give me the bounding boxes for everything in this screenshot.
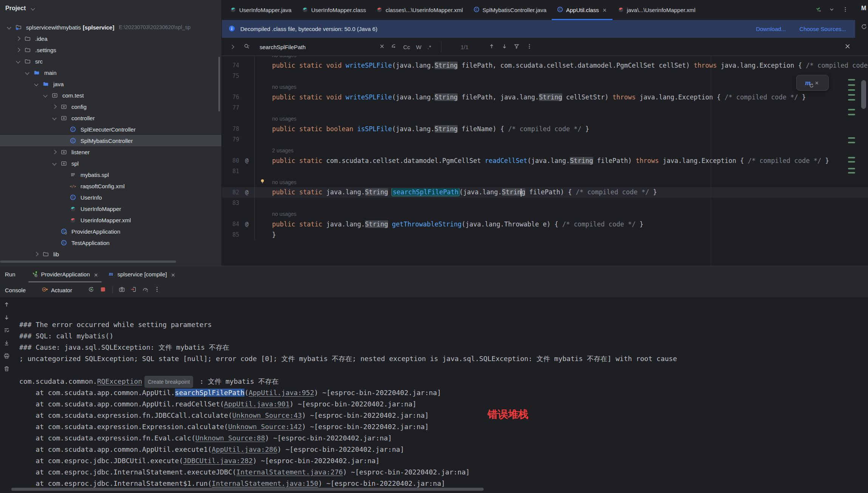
search-icon[interactable]: [244, 43, 250, 50]
tree-item[interactable]: CSplExecuterController: [0, 124, 221, 135]
editor-tab[interactable]: UserInfoMapper.class: [297, 0, 371, 20]
stack-trace-link[interactable]: AppUtil.java:901: [224, 400, 289, 408]
previous-match-icon[interactable]: [489, 43, 495, 50]
tabbar-options-icon[interactable]: [842, 6, 848, 14]
tree-chevron-right[interactable]: [15, 48, 25, 51]
line-number[interactable]: 85: [222, 231, 239, 238]
stack-trace-link[interactable]: InternalStatement.java:276: [236, 468, 343, 476]
refresh-icon[interactable]: [861, 23, 867, 31]
scroll-end-icon[interactable]: [3, 340, 10, 348]
close-icon[interactable]: [814, 80, 820, 85]
line-number[interactable]: 75: [222, 73, 239, 79]
line-number[interactable]: 81: [222, 168, 239, 175]
tree-item[interactable]: src: [0, 56, 221, 67]
match-case-toggle[interactable]: Cc: [403, 43, 410, 50]
line-number[interactable]: 79: [222, 136, 239, 143]
stack-trace-link[interactable]: JDBCUtil.java:282: [183, 457, 252, 465]
export-icon[interactable]: [130, 286, 137, 294]
arrow-down-icon[interactable]: [3, 314, 10, 322]
line-number[interactable]: 76: [222, 94, 239, 101]
run-tab[interactable]: msplservice [compile]: [103, 266, 180, 282]
banner-action-link[interactable]: Download...: [756, 26, 786, 32]
right-stripe-tool-button[interactable]: M: [861, 5, 866, 12]
line-number[interactable]: 74: [222, 62, 239, 69]
tree-item[interactable]: spl: [0, 158, 221, 169]
tree-item[interactable]: main: [0, 67, 221, 78]
create-breakpoint-badge[interactable]: Create breakpoint: [144, 376, 193, 388]
tree-item[interactable]: mybatis.spl: [0, 169, 221, 180]
usage-hint[interactable]: no usages: [272, 179, 297, 185]
usage-hint[interactable]: no usages: [272, 211, 297, 217]
tree-item[interactable]: CTestApplication: [0, 237, 221, 248]
run-panel-title[interactable]: Run: [5, 266, 15, 282]
tree-chevron-right[interactable]: [51, 150, 61, 153]
tree-chevron-down[interactable]: [42, 94, 52, 97]
words-toggle[interactable]: W: [416, 43, 421, 50]
find-expand-chevron[interactable]: [229, 45, 234, 48]
tree-chevron-down[interactable]: [51, 116, 61, 119]
rerun-icon[interactable]: [88, 286, 94, 294]
editor-tab[interactable]: UserInfoMapper.java: [225, 0, 297, 20]
stack-trace-link[interactable]: Unknown Source:43: [232, 411, 302, 419]
usage-hint[interactable]: no usages: [272, 84, 297, 90]
editor-vertical-scrollbar[interactable]: [861, 80, 866, 109]
usage-hint[interactable]: 2 usages: [272, 147, 294, 153]
tree-chevron-down[interactable]: [15, 60, 25, 63]
tree-item[interactable]: UserinfoMapper.xml: [0, 214, 221, 226]
tree-item[interactable]: config: [0, 101, 221, 112]
trash-icon[interactable]: [3, 366, 10, 374]
tree-item[interactable]: listener: [0, 146, 221, 158]
line-number[interactable]: 80: [222, 157, 239, 164]
tree-chevron-down[interactable]: [51, 162, 61, 165]
next-match-icon[interactable]: [501, 43, 507, 50]
intention-bulb-icon[interactable]: [259, 178, 266, 186]
tree-chevron-down[interactable]: [6, 26, 15, 29]
tree-chevron-down[interactable]: [33, 82, 43, 85]
newline-icon[interactable]: [390, 43, 396, 50]
kebab-icon[interactable]: [154, 286, 160, 294]
arrow-up-icon[interactable]: [3, 301, 10, 309]
tree-item[interactable]: .settings: [0, 44, 221, 56]
project-tree-vertical-scrollbar[interactable]: [218, 57, 220, 112]
editor-tab[interactable]: CSplMybatisController.java: [468, 0, 552, 20]
tree-item[interactable]: </>raqsoftConfig.xml: [0, 180, 221, 192]
stack-trace-link[interactable]: InternalStatement.java:150: [212, 479, 318, 487]
tree-item[interactable]: CProviderApplication: [0, 226, 221, 237]
close-tab-icon[interactable]: [170, 272, 176, 277]
editor-tab[interactable]: CAppUtil.class: [552, 0, 613, 20]
stack-trace-link[interactable]: Unknown Source:142: [228, 423, 302, 431]
tree-item[interactable]: splservicewithmybatis[splservice]E:\2023…: [0, 22, 221, 33]
stack-trace-link[interactable]: AppUtil.java:286: [212, 445, 277, 453]
editor-tab[interactable]: java\...\UserinfoMapper.xml: [613, 0, 701, 20]
tree-item[interactable]: CUserInfo: [0, 192, 221, 203]
tab-console[interactable]: Console: [5, 287, 26, 293]
tree-chevron-right[interactable]: [33, 253, 43, 256]
print-icon[interactable]: [3, 353, 10, 361]
line-number[interactable]: 82: [222, 189, 239, 196]
project-tree-horizontal-scrollbar[interactable]: [0, 260, 176, 263]
usage-hint[interactable]: no usages: [272, 116, 297, 122]
console-horizontal-scrollbar[interactable]: [11, 488, 484, 491]
actuator-health-icon[interactable]: [815, 6, 821, 14]
usage-hint[interactable]: no usages: [272, 56, 297, 58]
tree-item[interactable]: UserInfoMapper: [0, 203, 221, 214]
stack-trace-link[interactable]: Unknown Source:88: [195, 434, 265, 442]
search-input[interactable]: searchSplFilePath: [260, 43, 306, 50]
project-panel-header[interactable]: Project: [0, 0, 221, 17]
regex-toggle[interactable]: .*: [427, 43, 431, 50]
filter-icon[interactable]: [514, 43, 520, 50]
stop-icon[interactable]: [100, 286, 106, 294]
gauge-icon[interactable]: [142, 286, 149, 294]
soft-wrap-icon[interactable]: [3, 327, 10, 335]
line-number[interactable]: 77: [222, 104, 239, 111]
tree-item[interactable]: .idea: [0, 33, 221, 44]
run-tab[interactable]: ProviderApplication: [27, 266, 103, 282]
tree-item[interactable]: java: [0, 78, 221, 90]
line-number[interactable]: 78: [222, 126, 239, 132]
tree-chevron-down[interactable]: [24, 71, 34, 74]
close-find-icon[interactable]: [845, 43, 851, 50]
hidden-tabs-chevron-icon[interactable]: [829, 6, 835, 14]
tree-item[interactable]: com.test: [0, 90, 221, 101]
tree-chevron-right[interactable]: [15, 37, 25, 40]
tree-chevron-right[interactable]: [51, 105, 61, 108]
